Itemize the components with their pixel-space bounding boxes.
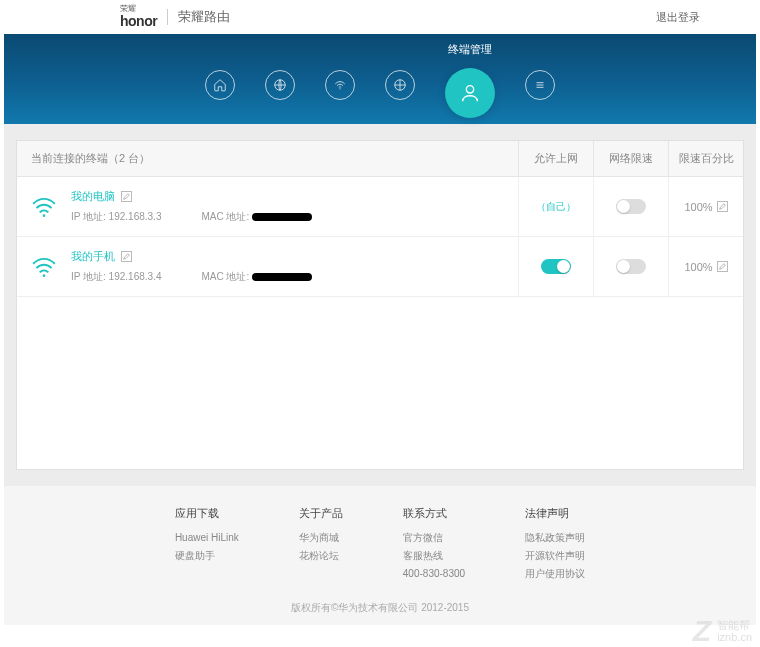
brand-logo: 荣耀 honor (120, 5, 157, 29)
col-header-device: 当前连接的终端（2 台） (17, 141, 518, 176)
header-bar: 荣耀 honor 荣耀路由 退出登录 (0, 0, 760, 34)
wifi-icon (333, 78, 347, 92)
footer-link[interactable]: 用户使用协议 (525, 565, 585, 583)
footer-col-about: 关于产品 华为商城 花粉论坛 (299, 506, 343, 583)
footer-col-contact: 联系方式 官方微信 客服热线 400-830-8300 (403, 506, 465, 583)
device-name: 我的手机 (71, 249, 115, 264)
pencil-icon (123, 193, 130, 200)
edit-percent-button[interactable] (717, 261, 728, 272)
percent-value: 100% (684, 261, 712, 273)
user-icon (459, 82, 481, 104)
footer-col-title: 关于产品 (299, 506, 343, 521)
brand-text: honor (120, 13, 157, 29)
svg-point-4 (43, 214, 46, 217)
edit-percent-button[interactable] (717, 201, 728, 212)
allow-toggle[interactable] (541, 259, 571, 274)
device-ip: IP 地址: 192.168.3.4 (71, 270, 161, 284)
device-name: 我的电脑 (71, 189, 115, 204)
footer-col-downloads: 应用下载 Huawei HiLink 硬盘助手 (175, 506, 239, 583)
footer-col-title: 应用下载 (175, 506, 239, 521)
svg-point-3 (466, 86, 473, 93)
device-mac: MAC 地址: (201, 210, 312, 224)
col-header-percent: 限速百分比 (668, 141, 743, 176)
footer-link[interactable]: 花粉论坛 (299, 547, 343, 565)
menu-icon (533, 78, 547, 92)
col-header-allow: 允许上网 (518, 141, 593, 176)
globe-plus-icon (393, 78, 407, 92)
table-row: 我的手机 IP 地址: 192.168.3.4 MAC 地址: 100% (17, 237, 743, 297)
nav-wifi[interactable] (325, 70, 355, 100)
svg-point-5 (43, 274, 46, 277)
footer-link[interactable]: 客服热线 (403, 547, 465, 565)
footer-link[interactable]: 硬盘助手 (175, 547, 239, 565)
pencil-icon (123, 253, 130, 260)
footer-col-title: 联系方式 (403, 506, 465, 521)
nav-internet[interactable] (265, 70, 295, 100)
footer: 应用下载 Huawei HiLink 硬盘助手 关于产品 华为商城 花粉论坛 联… (4, 486, 756, 625)
copyright: 版权所有©华为技术有限公司 2012-2015 (4, 601, 756, 615)
logout-link[interactable]: 退出登录 (656, 10, 700, 25)
wifi-signal-icon (31, 196, 57, 218)
self-indicator: （自己） (536, 200, 576, 214)
nav-devices[interactable] (445, 68, 495, 118)
footer-link[interactable]: 开源软件声明 (525, 547, 585, 565)
svg-point-1 (339, 88, 340, 89)
table-header: 当前连接的终端（2 台） 允许上网 网络限速 限速百分比 (17, 141, 743, 177)
nav-home[interactable] (205, 70, 235, 100)
percent-value: 100% (684, 201, 712, 213)
footer-link[interactable]: Huawei HiLink (175, 529, 239, 547)
device-mac: MAC 地址: (201, 270, 312, 284)
pencil-icon (719, 203, 726, 210)
limit-toggle[interactable] (616, 259, 646, 274)
edit-name-button[interactable] (121, 251, 132, 262)
nav-more[interactable] (525, 70, 555, 100)
device-table: 当前连接的终端（2 台） 允许上网 网络限速 限速百分比 我的电脑 IP 地址: (16, 140, 744, 470)
footer-col-title: 法律声明 (525, 506, 585, 521)
nav-banner: 终端管理 (4, 34, 756, 124)
globe-icon (273, 78, 287, 92)
table-row: 我的电脑 IP 地址: 192.168.3.3 MAC 地址: （自己） 100… (17, 177, 743, 237)
device-ip: IP 地址: 192.168.3.3 (71, 210, 161, 224)
nav-active-label: 终端管理 (448, 42, 492, 57)
footer-link[interactable]: 400-830-8300 (403, 565, 465, 583)
pencil-icon (719, 263, 726, 270)
vertical-divider (167, 9, 168, 25)
home-icon (213, 78, 227, 92)
footer-link[interactable]: 华为商城 (299, 529, 343, 547)
col-header-limit: 网络限速 (593, 141, 668, 176)
wifi-signal-icon (31, 256, 57, 278)
page-title: 荣耀路由 (178, 8, 230, 26)
limit-toggle[interactable] (616, 199, 646, 214)
footer-link[interactable]: 隐私政策声明 (525, 529, 585, 547)
brand-small: 荣耀 (120, 5, 157, 13)
footer-link[interactable]: 官方微信 (403, 529, 465, 547)
edit-name-button[interactable] (121, 191, 132, 202)
nav-guest[interactable] (385, 70, 415, 100)
content-area: 当前连接的终端（2 台） 允许上网 网络限速 限速百分比 我的电脑 IP 地址: (4, 124, 756, 486)
footer-col-legal: 法律声明 隐私政策声明 开源软件声明 用户使用协议 (525, 506, 585, 583)
